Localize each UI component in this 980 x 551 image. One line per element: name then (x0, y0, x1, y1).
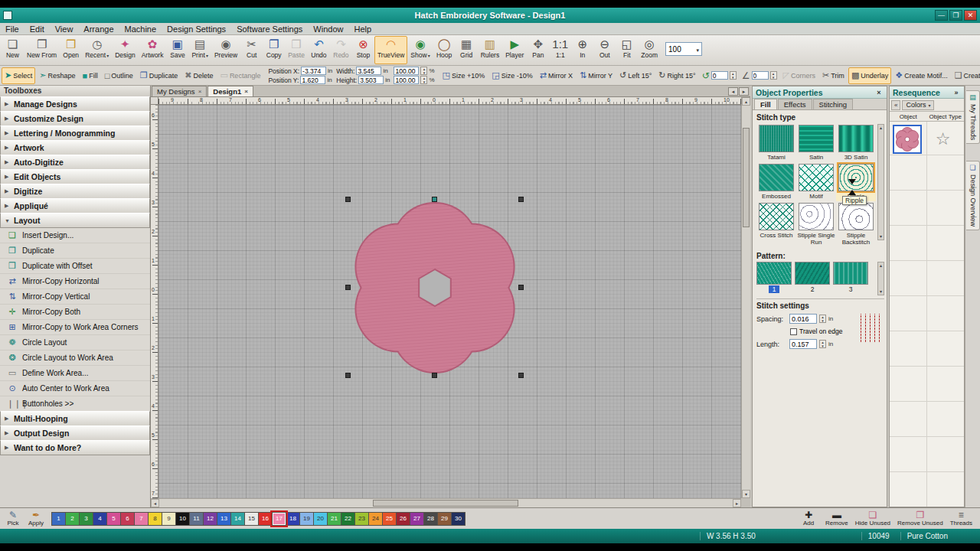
new-from-button[interactable]: ❐New From (24, 36, 60, 64)
tab-scroll-right-icon[interactable] (739, 87, 749, 96)
vertical-scrollbar[interactable] (741, 97, 750, 498)
selection-handle-top-left[interactable] (345, 197, 351, 202)
collapse-panel-icon[interactable]: » (952, 89, 961, 96)
color-swatch-3[interactable]: 3 (79, 512, 93, 526)
toolbox-section-lettering-monogramming[interactable]: ▶Lettering / Monogramming (0, 126, 150, 141)
layout-item-mirror-copy-vertical[interactable]: ⇅Mirror-Copy Vertical (0, 289, 150, 305)
position-y-input[interactable] (300, 76, 325, 84)
horizontal-scrollbar[interactable] (151, 498, 741, 507)
menu-arrange[interactable]: Arrange (78, 24, 119, 34)
color-swatch-29[interactable]: 29 (437, 512, 452, 526)
position-x-input[interactable] (301, 67, 326, 75)
toolbox-section-layout[interactable]: ▼Layout (0, 213, 150, 228)
open-button[interactable]: ❒Open (60, 36, 82, 64)
toolbox-section-artwork[interactable]: ▶Artwork (0, 140, 150, 155)
maximize-button[interactable]: ❐ (949, 10, 962, 21)
menu-view[interactable]: View (50, 24, 79, 34)
resequence-list[interactable]: ☆ (890, 122, 964, 507)
toolbox-section-manage-designs[interactable]: ▶Manage Designs (0, 96, 150, 112)
show-button[interactable]: ◉Show (407, 36, 433, 64)
height-input[interactable] (358, 76, 384, 84)
menu-file[interactable]: File (0, 24, 24, 34)
corners-button[interactable]: ◸Corners (780, 67, 818, 84)
zoom-button[interactable]: ◎Zoom (638, 36, 661, 64)
hide-unused-button[interactable]: ❏Hide Unused (854, 510, 892, 527)
stitch-type-satin[interactable]: Satin (796, 123, 836, 162)
new-button[interactable]: ❏New (2, 36, 24, 64)
close-tab-icon[interactable]: × (244, 88, 248, 95)
color-swatch-27[interactable]: 27 (410, 512, 424, 526)
remove-button[interactable]: ▬Remove (824, 510, 850, 527)
skew-angle-input[interactable] (752, 71, 769, 80)
save-button[interactable]: ▣Save (166, 36, 188, 64)
skew-spinner[interactable] (770, 71, 777, 80)
stitch-type-motif[interactable]: Motif (796, 162, 836, 201)
horizontal-scroll-thumb[interactable] (373, 500, 518, 507)
object-thumbnail[interactable] (893, 125, 922, 154)
pick-color-button[interactable]: ✎ Pick (2, 510, 24, 527)
size-10-button[interactable]: ◲Size -10% (488, 67, 535, 84)
size-10-button[interactable]: ◳Size +10% (439, 67, 488, 84)
right-15-button[interactable]: ↻Right 15° (655, 67, 698, 84)
close-panel-icon[interactable]: × (874, 89, 884, 96)
rectangle-button[interactable]: ▭Rectangle (217, 67, 263, 84)
color-swatch-1[interactable]: 1 (51, 512, 66, 526)
selection-handle-mid-right[interactable] (518, 285, 524, 290)
mirror-x-button[interactable]: ⇄Mirror X (537, 67, 576, 84)
reshape-button[interactable]: ➣Reshape (36, 67, 78, 84)
color-swatch-17[interactable]: 17 (272, 512, 286, 526)
toolbox-section-want-to-do-more[interactable]: ▶Want to do More? (0, 440, 150, 455)
toolbox-section-auto-digitize[interactable]: ▶Auto-Digitize (0, 155, 150, 170)
scale-y-spinner[interactable] (420, 76, 427, 84)
color-swatch-6[interactable]: 6 (120, 512, 135, 526)
color-swatch-10[interactable]: 10 (175, 512, 190, 526)
color-swatch-12[interactable]: 12 (203, 512, 217, 526)
selection-handle-bottom-right[interactable] (518, 373, 524, 378)
stitch-type-stipple-backstitch[interactable]: Stipple Backstitch (836, 201, 876, 247)
panel-tab-my-threads[interactable]: ▤My Threads (966, 90, 980, 144)
toolbox-section-multi-hooping[interactable]: ▶Multi-Hooping (0, 411, 150, 426)
stitch-type-3d-satin[interactable]: 3D Satin (836, 123, 876, 162)
stitch-type-tatami[interactable]: Tatami (756, 123, 796, 162)
menu-window[interactable]: Window (308, 24, 348, 34)
tab-scroll-left-icon[interactable] (728, 87, 738, 96)
color-swatch-14[interactable]: 14 (230, 512, 245, 526)
stitch-type-cross-stitch[interactable]: Cross Stitch (756, 201, 796, 247)
rotate-angle-input[interactable] (711, 71, 728, 80)
color-swatch-21[interactable]: 21 (327, 512, 341, 526)
scale-x-spinner[interactable] (420, 67, 427, 75)
threads-button[interactable]: ≡Threads (949, 510, 974, 527)
layout-item-mirror-copy-horizontal[interactable]: ⇄Mirror-Copy Horizontal (0, 274, 150, 289)
stop-button[interactable]: ⊗Stop (352, 36, 374, 64)
rulers-button[interactable]: ▥Rulers (478, 36, 503, 64)
selection-handle-mid-left[interactable] (345, 285, 351, 290)
grid-button[interactable]: ▦Grid (456, 36, 478, 64)
colors-dropdown[interactable]: Colors (902, 100, 934, 110)
toolbox-section-edit-objects[interactable]: ▶Edit Objects (0, 169, 150, 184)
selection-handle-top-right[interactable] (518, 197, 524, 202)
cut-button[interactable]: ✂Cut (240, 36, 263, 64)
copy-button[interactable]: ❐Copy (263, 36, 285, 64)
pattern-2[interactable]: 2 (795, 262, 830, 293)
layout-item-insert-design[interactable]: ❏Insert Design... (0, 228, 150, 243)
color-swatch-7[interactable]: 7 (134, 512, 149, 526)
create-border-button[interactable]: ❑Create Border... (952, 67, 980, 84)
color-swatch-11[interactable]: 11 (189, 512, 204, 526)
close-button[interactable]: ✕ (964, 10, 977, 21)
outline-button[interactable]: □Outline (102, 67, 136, 84)
tab-stitching[interactable]: Stitching (813, 99, 853, 109)
zoom-percent-combo[interactable]: 100 (665, 42, 702, 56)
length-spinner[interactable] (819, 340, 826, 348)
layout-item-buttonholes[interactable]: ❘❘❘Buttonholes >> (0, 396, 150, 412)
select-button[interactable]: ➤Select (2, 67, 35, 84)
stitch-type-stipple-single-run[interactable]: Stipple Single Run (796, 201, 836, 247)
tab-my-designs[interactable]: My Designs× (152, 86, 207, 96)
tab-fill[interactable]: Fill (754, 99, 777, 109)
fill-button[interactable]: ■Fill (79, 67, 100, 84)
toolbox-section-appliqu[interactable]: ▶Appliqué (0, 198, 150, 214)
duplicate-button[interactable]: ❐Duplicate (137, 67, 181, 84)
object-type-cell[interactable]: ☆ (922, 129, 964, 149)
scale-y-input[interactable] (394, 76, 419, 84)
layout-item-circle-layout-to-work-area[interactable]: ❂Circle Layout to Work Area (0, 350, 150, 366)
layout-item-duplicate[interactable]: ❐Duplicate (0, 243, 150, 259)
